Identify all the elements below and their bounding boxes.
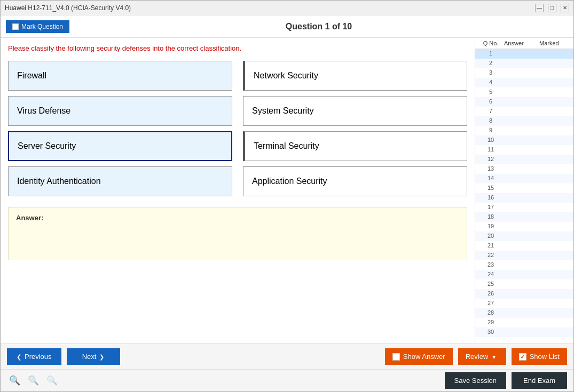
answer-header: Answer [504, 40, 539, 46]
question-list-row[interactable]: 9 [475, 126, 573, 135]
chevron-right-icon [99, 353, 104, 361]
minimize-button[interactable]: — [535, 4, 544, 12]
q-row-answer [504, 127, 539, 134]
drag-item-firewall[interactable]: Firewall [8, 61, 232, 91]
question-list-row[interactable]: 29 [475, 318, 573, 327]
mark-checkbox-icon [12, 23, 19, 30]
question-list-row[interactable]: 28 [475, 308, 573, 318]
q-row-num: 3 [477, 69, 504, 77]
zoom-out-button[interactable]: 🔍 [44, 374, 60, 387]
drop-target-terminal-security[interactable]: Terminal Security [243, 131, 467, 161]
answer-area: Answer: [8, 207, 467, 260]
q-row-answer [504, 281, 539, 288]
drag-item-virus-defense[interactable]: Virus Defense [8, 96, 232, 126]
q-row-answer [504, 89, 539, 96]
question-list-row[interactable]: 8 [475, 116, 573, 126]
q-row-answer [504, 233, 539, 240]
q-row-answer [504, 319, 539, 326]
question-list-row[interactable]: 22 [475, 251, 573, 260]
question-list-row[interactable]: 11 [475, 145, 573, 155]
q-row-answer [504, 69, 539, 77]
q-row-answer [504, 146, 539, 154]
question-list-row[interactable]: 21 [475, 241, 573, 251]
question-list-row[interactable]: 24 [475, 270, 573, 279]
q-row-num: 7 [477, 108, 504, 115]
q-row-num: 4 [477, 79, 504, 86]
question-list-row[interactable]: 16 [475, 193, 573, 203]
show-answer-button[interactable]: Show Answer [385, 348, 453, 365]
drop-target-application-security[interactable]: Application Security [243, 166, 467, 196]
question-list-row[interactable]: 4 [475, 78, 573, 87]
close-button[interactable]: ✕ [561, 4, 569, 12]
q-row-marked [539, 108, 571, 115]
question-list-row[interactable]: 30 [475, 327, 573, 337]
q-row-marked [539, 156, 571, 163]
question-list-row[interactable]: 12 [475, 155, 573, 164]
question-list-row[interactable]: 23 [475, 260, 573, 270]
question-list-row[interactable]: 17 [475, 203, 573, 212]
show-list-button[interactable]: ✓ Show List [512, 348, 567, 365]
q-row-answer [504, 117, 539, 125]
question-list-body[interactable]: 1 2 3 4 5 6 7 8 [475, 49, 573, 343]
window-title: Huawei H12-711_V4.0 (HCIA-Security V4.0) [5, 4, 131, 12]
end-exam-button[interactable]: End Exam [512, 372, 567, 389]
question-list-row[interactable]: 14 [475, 174, 573, 183]
q-row-num: 8 [477, 117, 504, 125]
question-title: Question 1 of 10 [69, 22, 568, 31]
question-list-row[interactable]: 27 [475, 299, 573, 308]
question-list-row[interactable]: 18 [475, 212, 573, 222]
q-row-marked [539, 79, 571, 86]
mark-question-button[interactable]: Mark Question [6, 20, 69, 33]
question-list-row[interactable]: 20 [475, 231, 573, 241]
q-row-marked [539, 69, 571, 77]
q-row-answer [504, 309, 539, 317]
question-list-row[interactable]: 13 [475, 164, 573, 174]
mark-question-label: Mark Question [21, 23, 63, 30]
q-row-marked [539, 290, 571, 298]
question-list-row[interactable]: 5 [475, 87, 573, 97]
q-row-answer [504, 185, 539, 192]
zoom-in-button[interactable]: 🔍 [7, 374, 22, 387]
question-list-row[interactable]: 26 [475, 289, 573, 299]
drag-item-identity-auth[interactable]: Identity Authentication [8, 166, 232, 196]
question-list-row[interactable]: 19 [475, 222, 573, 231]
next-button[interactable]: Next [67, 348, 120, 365]
question-list-row[interactable]: 15 [475, 183, 573, 193]
q-row-answer [504, 252, 539, 259]
bottom-toolbar: Previous Next Show Answer Review ✓ Show … [1, 343, 573, 369]
q-row-answer [504, 137, 539, 144]
q-row-num: 30 [477, 329, 504, 336]
q-row-marked [539, 185, 571, 192]
save-session-button[interactable]: Save Session [445, 372, 507, 389]
q-row-num: 24 [477, 271, 504, 278]
show-list-checkbox-icon: ✓ [519, 353, 526, 361]
review-button[interactable]: Review [458, 348, 506, 365]
drop-target-system-security[interactable]: System Security [243, 96, 467, 126]
question-list-row[interactable]: 6 [475, 97, 573, 107]
q-row-marked [539, 300, 571, 307]
title-bar-controls: — □ ✕ [535, 4, 569, 12]
q-row-num: 28 [477, 309, 504, 317]
app-window: Huawei H12-711_V4.0 (HCIA-Security V4.0)… [0, 0, 574, 392]
question-list-header: Q No. Answer Marked [475, 38, 573, 49]
drag-item-server-security[interactable]: Server Security [8, 131, 232, 161]
drag-items-column: Firewall Virus Defense Server Security I… [8, 61, 232, 196]
q-row-num: 25 [477, 281, 504, 288]
question-list-row[interactable]: 10 [475, 135, 573, 145]
q-row-num: 11 [477, 146, 504, 154]
title-bar: Huawei H12-711_V4.0 (HCIA-Security V4.0)… [1, 1, 573, 15]
question-list-row[interactable]: 1 [475, 49, 573, 59]
q-row-marked [539, 165, 571, 173]
q-row-num: 6 [477, 98, 504, 106]
zoom-controls: 🔍 🔍 🔍 [7, 374, 60, 387]
restore-button[interactable]: □ [548, 4, 556, 12]
question-list-row[interactable]: 2 [475, 59, 573, 68]
zoom-reset-button[interactable]: 🔍 [26, 374, 41, 387]
question-list-row[interactable]: 25 [475, 279, 573, 289]
drop-target-network-security[interactable]: Network Security [243, 61, 467, 91]
previous-button[interactable]: Previous [7, 348, 61, 365]
q-row-marked [539, 146, 571, 154]
question-list-row[interactable]: 7 [475, 107, 573, 116]
q-row-marked [539, 89, 571, 96]
question-list-row[interactable]: 3 [475, 68, 573, 78]
